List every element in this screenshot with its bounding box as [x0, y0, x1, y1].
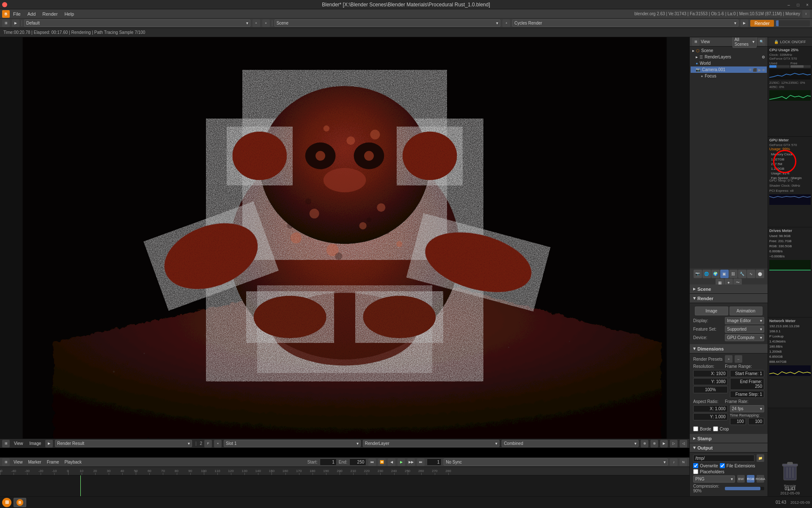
prop-icon-modifier[interactable]: 🔧 — [738, 270, 746, 278]
layout-select[interactable]: Default▾ — [24, 19, 250, 27]
scene-section[interactable]: ▸ Scene — [690, 284, 768, 294]
outliner-type-icon[interactable]: ⊞ — [692, 38, 700, 46]
animation-render-btn[interactable]: Animation — [730, 306, 763, 315]
tl-icon5[interactable]: ▶▶ — [407, 458, 415, 466]
scene-node-world[interactable]: ● World — [691, 60, 767, 66]
overwrite-checkbox[interactable] — [693, 463, 698, 468]
tl-icon3[interactable]: ◀ — [388, 458, 395, 466]
cam-icon2[interactable]: ⬛ — [753, 68, 757, 72]
rgba-btn[interactable]: RGBA — [757, 475, 764, 483]
device-select[interactable]: GPU Compute ▾ — [725, 334, 764, 341]
view-tl[interactable]: View — [12, 459, 25, 465]
tl-frame-input[interactable]: 1 — [427, 458, 442, 466]
frame-step-input[interactable]: Frame Step: 1 — [730, 391, 765, 398]
maximize-button[interactable]: □ — [793, 0, 803, 9]
view-outliner[interactable]: View — [701, 39, 710, 44]
res-pct-input[interactable]: 100% — [693, 386, 728, 393]
info-icon[interactable]: i — [802, 10, 810, 18]
stamp-section[interactable]: ▸ Stamp — [690, 434, 768, 443]
fps-select[interactable]: 24 fps ▾ — [730, 405, 765, 412]
scene-select[interactable]: Scene▾ — [274, 19, 501, 27]
layout-remove-icon[interactable]: × — [262, 19, 270, 27]
all-scenes-select[interactable]: All Scenes▾ — [732, 37, 757, 48]
render-icon2[interactable]: ▶ — [45, 440, 53, 447]
menu-render[interactable]: Render — [39, 11, 61, 17]
close-button[interactable]: × — [803, 0, 812, 9]
recycle-bin-icon[interactable]: Recycle Bin — [782, 461, 798, 482]
menu-file[interactable]: File — [10, 11, 24, 17]
cam-icon1[interactable]: 👁 — [749, 68, 752, 72]
taskbar-start-icon[interactable]: ⊞ — [2, 498, 11, 507]
old-val-input[interactable]: 100 — [730, 418, 746, 425]
display-select[interactable]: Image Editor ▾ — [725, 317, 764, 324]
ay-input[interactable]: Y: 1.000 — [693, 413, 728, 420]
minimize-button[interactable]: – — [784, 0, 793, 9]
lock-button[interactable]: 🔒 LOCK ON/OFF — [774, 40, 806, 44]
start-frame-input[interactable]: Start Frame: 1 — [730, 370, 765, 377]
menu-help[interactable]: Help — [61, 11, 77, 17]
end-frame-input[interactable]: End Frame: 250 — [730, 378, 765, 390]
placeholders-checkbox[interactable] — [693, 469, 698, 474]
editor-type-icon[interactable]: ▶ — [12, 19, 19, 27]
cam-icon3[interactable]: ▶ — [758, 68, 761, 72]
ax-input[interactable]: X: 1.000 — [693, 405, 728, 412]
renderlayer-select[interactable]: RenderLayer▾ — [363, 440, 500, 447]
rgb-btn[interactable]: RGB — [747, 475, 754, 483]
engine-select[interactable]: Cycles Render▾ — [512, 19, 738, 27]
blender-menu-icon[interactable]: B — [2, 10, 10, 18]
menu-add[interactable]: Add — [24, 11, 39, 17]
tl-start-input[interactable]: 1 — [320, 458, 337, 466]
render-icon[interactable]: ▶ — [741, 19, 748, 27]
tl-icon4[interactable]: ▶ — [398, 458, 405, 466]
render-result-select[interactable]: Render Result▾ — [55, 440, 192, 447]
view-menu[interactable]: View — [12, 441, 25, 446]
res-x-input[interactable]: X: 1920 — [693, 370, 728, 377]
image-menu[interactable]: Image — [27, 441, 44, 446]
tl-icon6[interactable]: ⏭ — [417, 458, 425, 466]
output-path-input[interactable]: /tmp/ — [693, 455, 754, 462]
footer-icon3[interactable]: ⊕ — [641, 440, 648, 447]
tl-end-input[interactable]: 250 — [349, 458, 366, 466]
footer-icon5[interactable]: ▶ — [660, 440, 668, 447]
prop-icon-scene[interactable]: 🌐 — [702, 270, 711, 278]
footer-icon1[interactable]: F — [204, 440, 212, 447]
render-button[interactable]: Render — [750, 20, 774, 27]
render-section[interactable]: ▾ Render — [690, 294, 768, 303]
prop-icon-render[interactable]: 📷 — [694, 270, 702, 278]
file-ext-checkbox[interactable] — [720, 463, 725, 468]
footer-icon4[interactable]: ⊗ — [650, 440, 658, 447]
scene-node-renderlayers[interactable]: ▸ ☰ RenderLayers ⚙ — [691, 54, 767, 60]
combined-select[interactable]: Combined▾ — [502, 440, 639, 447]
format-select[interactable]: PNG ▾ — [693, 475, 735, 483]
dimensions-section[interactable]: ▾ Dimensions — [690, 344, 768, 353]
res-y-input[interactable]: Y: 1080 — [693, 378, 728, 385]
new-val-input[interactable]: 100 — [748, 418, 764, 425]
cam-icon4[interactable]: ⊕ — [762, 68, 765, 72]
scene-node-focus[interactable]: ● Focus — [691, 73, 767, 79]
prop-icon-material[interactable]: ⬤ — [756, 270, 764, 278]
view-mode-icon[interactable]: ⊞ — [2, 19, 10, 27]
borde-checkbox[interactable] — [693, 426, 698, 431]
search-icon[interactable]: 🔍 — [758, 38, 765, 46]
tl-icon1[interactable]: ⏮ — [368, 458, 376, 466]
bw-btn[interactable]: BW — [737, 475, 745, 483]
tl-nla-icon[interactable]: N — [680, 458, 687, 466]
output-section[interactable]: ▾ Output — [690, 443, 768, 453]
timeline-content[interactable] — [0, 475, 689, 499]
footer-icon2[interactable]: × — [214, 440, 222, 447]
scene-icon[interactable]: + — [502, 19, 510, 27]
rl-settings-icon[interactable]: ⚙ — [762, 55, 765, 59]
tl-icon2[interactable]: ⏪ — [378, 458, 386, 466]
crop-checkbox[interactable] — [713, 426, 718, 431]
timeline-mode-icon[interactable]: ⊞ — [2, 458, 10, 466]
frame-tl[interactable]: Frame — [45, 459, 61, 465]
playback-tl[interactable]: Playback — [63, 459, 84, 465]
prop-icon-data[interactable]: ∿ — [747, 270, 755, 278]
prop-icon-object[interactable]: ▣ — [720, 270, 729, 278]
image-render-btn[interactable]: Image — [695, 306, 728, 315]
viewport-mode-icon[interactable]: ⊞ — [2, 440, 10, 447]
scene-node-scene[interactable]: ▸ ⬡ Scene — [691, 47, 767, 54]
no-sync-select[interactable]: No Sync▾ — [444, 458, 668, 466]
window-close-dot[interactable] — [2, 2, 7, 7]
marker-tl[interactable]: Marker — [27, 459, 43, 465]
